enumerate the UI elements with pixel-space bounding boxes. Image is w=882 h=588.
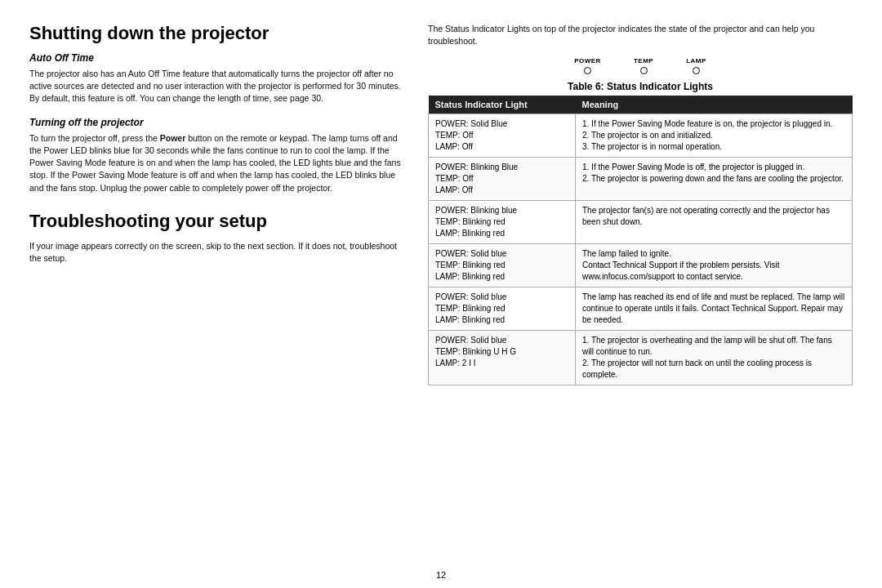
light-cell: POWER: Blinking blue TEMP: Blinking red … (429, 201, 576, 244)
auto-off-time-section: Auto Off Time The projector also has an … (29, 52, 405, 105)
table-header-light: Status Indicator Light (429, 96, 576, 114)
table-header-meaning: Meaning (576, 96, 853, 114)
table-row: POWER: Solid blue TEMP: Blinking U H G L… (429, 331, 853, 385)
temp-indicator: TEMP (634, 57, 653, 74)
table-title: Table 6: Status Indicator Lights (428, 81, 853, 92)
page-number: 12 (0, 565, 882, 588)
turning-off-heading: Turning off the projector (29, 117, 405, 128)
auto-off-time-heading: Auto Off Time (29, 52, 405, 64)
right-column: The Status Indicator Lights on top of th… (428, 23, 853, 549)
meaning-cell: The lamp failed to ignite. Contact Techn… (576, 244, 853, 287)
lamp-indicator-label: LAMP (686, 57, 706, 65)
turning-off-section: Turning off the projector To turn the pr… (29, 117, 405, 194)
table-row: POWER: Blinking Blue TEMP: Off LAMP: Off… (429, 158, 853, 201)
troubleshoot-section: Troubleshooting your setup If your image… (29, 211, 405, 265)
turning-off-text: To turn the projector off, press the Pow… (29, 132, 405, 194)
table-row: POWER: Solid blue TEMP: Blinking red LAM… (429, 287, 853, 331)
power-dot (584, 67, 591, 74)
section-title-troubleshoot: Troubleshooting your setup (29, 211, 405, 232)
table-row: POWER: Solid blue TEMP: Blinking red LAM… (429, 244, 853, 287)
meaning-cell: The projector fan(s) are not operating c… (576, 201, 853, 244)
meaning-cell: 1. If the Power Saving Mode is off, the … (576, 158, 853, 201)
troubleshoot-text: If your image appears correctly on the s… (29, 240, 405, 265)
meaning-cell: 1. If the Power Saving Mode feature is o… (576, 114, 853, 158)
power-indicator: POWER (574, 57, 601, 74)
light-cell: POWER: Blinking Blue TEMP: Off LAMP: Off (429, 158, 576, 201)
status-indicator-table: Status Indicator Light Meaning POWER: So… (428, 96, 853, 385)
lamp-dot (693, 67, 700, 74)
indicator-lights-diagram: POWER TEMP LAMP (428, 57, 853, 74)
light-cell: POWER: Solid blue TEMP: Blinking U H G L… (429, 331, 576, 385)
light-cell: POWER: Solid Blue TEMP: Off LAMP: Off (429, 114, 576, 158)
table-row: POWER: Blinking blue TEMP: Blinking red … (429, 201, 853, 244)
light-cell: POWER: Solid blue TEMP: Blinking red LAM… (429, 287, 576, 331)
temp-indicator-label: TEMP (634, 57, 653, 65)
left-column: Shutting down the projector Auto Off Tim… (29, 23, 405, 549)
power-indicator-label: POWER (574, 57, 601, 65)
temp-dot (640, 67, 648, 74)
lamp-indicator: LAMP (686, 57, 706, 74)
intro-text: The Status Indicator Lights on top of th… (428, 23, 853, 47)
section-title-shutdown: Shutting down the projector (29, 23, 405, 44)
table-row: POWER: Solid Blue TEMP: Off LAMP: Off1. … (429, 114, 853, 158)
meaning-cell: The lamp has reached its end of life and… (576, 287, 853, 331)
meaning-cell: 1. The projector is overheating and the … (576, 331, 853, 385)
light-cell: POWER: Solid blue TEMP: Blinking red LAM… (429, 244, 576, 287)
auto-off-time-text: The projector also has an Auto Off Time … (29, 68, 405, 105)
